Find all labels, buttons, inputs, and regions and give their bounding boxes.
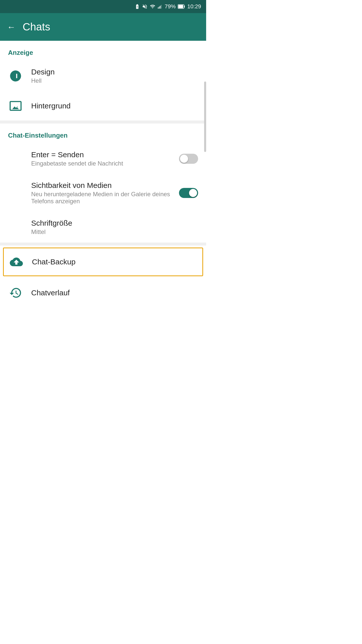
status-icons: 79% 10:29 [134, 3, 201, 10]
signal-icon [158, 4, 163, 9]
svg-rect-5 [184, 6, 185, 8]
hintergrund-title: Hintergrund [31, 102, 198, 110]
sichtbarkeit-title: Sichtbarkeit von Medien [31, 181, 171, 190]
section-divider-2 [0, 243, 206, 246]
time: 10:29 [187, 3, 201, 10]
enter-senden-toggle[interactable] [179, 154, 198, 164]
sichtbarkeit-toggle-knob [189, 189, 197, 197]
schriftgroesse-title: Schriftgröße [31, 219, 198, 227]
chat-backup-item[interactable]: Chat-Backup [3, 248, 203, 276]
enter-senden-item[interactable]: Enter = Senden Eingabetaste sendet die N… [0, 143, 206, 174]
enter-senden-text: Enter = Senden Eingabetaste sendet die N… [31, 150, 171, 167]
hintergrund-text: Hintergrund [31, 102, 198, 110]
chat-backup-icon [9, 254, 24, 269]
chat-backup-title: Chat-Backup [32, 258, 197, 266]
sichtbarkeit-subtitle: Neu heruntergeladene Medien in der Galer… [31, 191, 171, 205]
design-subtitle: Hell [31, 77, 198, 84]
schriftgroesse-text: Schriftgröße Mittel [31, 219, 198, 235]
top-bar: ← Chats [0, 13, 206, 41]
schriftgroesse-item[interactable]: Schriftgröße Mittel [0, 212, 206, 243]
status-bar: 79% 10:29 [0, 0, 206, 13]
wifi-icon [150, 4, 156, 9]
battery-icon [178, 4, 185, 9]
battery-alert-icon [134, 4, 140, 9]
enter-senden-subtitle: Eingabetaste sendet die Nachricht [31, 160, 171, 167]
back-button[interactable]: ← [7, 22, 16, 32]
hintergrund-icon [8, 98, 23, 113]
hintergrund-item[interactable]: Hintergrund [0, 91, 206, 120]
sichtbarkeit-toggle-container [179, 188, 198, 198]
design-item[interactable]: Design Hell [0, 61, 206, 91]
page-title: Chats [23, 21, 50, 33]
design-icon [8, 68, 23, 84]
sichtbarkeit-text: Sichtbarkeit von Medien Neu heruntergela… [31, 181, 171, 205]
svg-rect-2 [160, 6, 161, 9]
chatverlauf-title: Chatverlauf [31, 289, 198, 297]
anzeige-section-header: Anzeige [0, 41, 206, 61]
mute-icon [142, 4, 148, 9]
chatverlauf-item[interactable]: Chatverlauf [0, 278, 206, 307]
scrollbar[interactable] [204, 82, 206, 152]
section-divider-1 [0, 120, 206, 124]
content: Anzeige Design Hell Hintergrund Chat-Ein… [0, 41, 206, 307]
sichtbarkeit-toggle[interactable] [179, 188, 198, 198]
chat-backup-text: Chat-Backup [32, 258, 197, 266]
chatverlauf-icon [8, 285, 23, 300]
svg-rect-0 [158, 7, 159, 9]
sichtbarkeit-item[interactable]: Sichtbarkeit von Medien Neu heruntergela… [0, 174, 206, 212]
svg-rect-6 [178, 5, 183, 8]
enter-senden-title: Enter = Senden [31, 150, 171, 159]
svg-rect-3 [161, 5, 162, 9]
chatverlauf-text: Chatverlauf [31, 289, 198, 297]
enter-senden-toggle-knob [180, 155, 188, 163]
chat-einstellungen-section-header: Chat-Einstellungen [0, 124, 206, 143]
svg-rect-1 [159, 7, 160, 9]
schriftgroesse-subtitle: Mittel [31, 228, 198, 235]
enter-senden-toggle-container [179, 154, 198, 164]
design-title: Design [31, 68, 198, 76]
battery-percent: 79% [165, 3, 176, 10]
design-text: Design Hell [31, 68, 198, 84]
